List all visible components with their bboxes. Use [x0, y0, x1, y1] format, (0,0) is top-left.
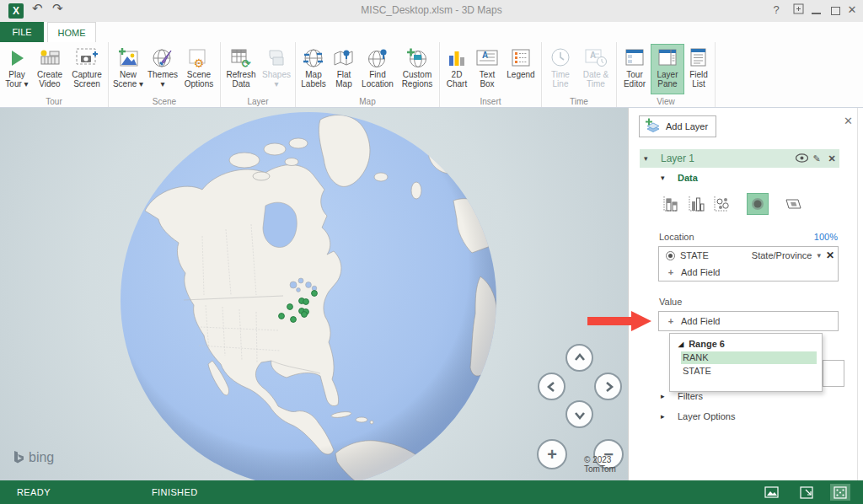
capture-screen-button[interactable]: Capture Screen: [67, 44, 106, 94]
date-time-button: A Date & Time: [577, 44, 614, 94]
tour-editor-button[interactable]: Tour Editor: [619, 44, 651, 94]
maximize-icon[interactable]: [831, 7, 840, 15]
tilt-up-button[interactable]: [566, 344, 593, 372]
add-layer-button[interactable]: Add Layer: [639, 115, 716, 137]
find-location-button[interactable]: Find Location: [358, 44, 397, 94]
layer-pane-button[interactable]: Layer Pane: [651, 44, 684, 94]
refresh-data-button[interactable]: ⟳ Refresh Data: [222, 44, 260, 94]
layer-options-section-header[interactable]: ▸ Layer Options: [661, 411, 735, 421]
new-scene-button[interactable]: New Scene ▾: [110, 44, 146, 94]
tab-home[interactable]: HOME: [47, 22, 96, 42]
title-bar: X ↶ ↷ MISC_Desktop.xlsm - 3D Maps ? ✕: [0, 0, 863, 22]
play-tour-label: Play Tour ▾: [5, 70, 28, 88]
feedback-icon[interactable]: [789, 3, 807, 17]
bing-label: bing: [29, 450, 54, 465]
find-location-label: Find Location: [362, 70, 394, 88]
bing-logo: bing: [13, 450, 54, 465]
rename-pencil-icon[interactable]: ✎: [809, 153, 824, 164]
viz-bubble[interactable]: [710, 193, 732, 215]
shapes-icon: [265, 46, 287, 70]
tree-expanded-icon: ◢: [678, 340, 683, 348]
filters-collapse-icon[interactable]: ▸: [661, 392, 678, 400]
field-list-icon: [689, 46, 709, 70]
rotate-right-button[interactable]: [594, 373, 622, 400]
value-add-field-row[interactable]: + Add Field: [659, 312, 838, 330]
legend-icon: [510, 46, 532, 70]
location-add-field-row[interactable]: + Add Field: [659, 264, 838, 281]
tilt-down-button[interactable]: [566, 400, 593, 428]
visibility-eye-icon[interactable]: [794, 153, 809, 164]
scene-options-button[interactable]: ⚙ Scene Options: [180, 44, 218, 94]
layer-options-collapse-icon[interactable]: ▸: [661, 412, 678, 421]
layer-pane: ✕ Add Layer ▾ Layer 1 ✎ ✕ ▾ Data Locatio…: [628, 108, 863, 480]
viz-clustered-column[interactable]: [685, 193, 707, 215]
flat-map-button[interactable]: Flat Map: [330, 44, 358, 94]
geo-type-dropdown[interactable]: State/Province: [752, 250, 812, 260]
globe-shading: [121, 112, 496, 480]
close-icon[interactable]: ✕: [843, 3, 861, 16]
group-label-view: View: [617, 97, 715, 106]
location-radio[interactable]: [666, 251, 675, 260]
field-list-button[interactable]: Field List: [684, 44, 713, 94]
layer-header[interactable]: ▾ Layer 1 ✎ ✕: [640, 149, 839, 168]
svg-text:⚙: ⚙: [194, 56, 205, 69]
pane-close-icon[interactable]: ✕: [844, 115, 853, 127]
ribbon-group-time: Time Line A Date & Time Time: [542, 42, 617, 107]
play-icon: [7, 46, 27, 70]
dropdown-item-state[interactable]: STATE: [681, 365, 817, 378]
geo-type-caret-icon[interactable]: ▾: [817, 251, 821, 260]
data-section-header[interactable]: ▾ Data: [661, 173, 698, 183]
chevron-right-icon: [602, 380, 615, 394]
gear-icon: ⚙: [187, 46, 211, 70]
2d-chart-button[interactable]: 2D Chart: [442, 44, 472, 94]
background-picture-icon[interactable]: [761, 484, 781, 501]
location-percent-link[interactable]: 100%: [814, 232, 838, 242]
table-refresh-icon: ⟳: [230, 46, 252, 70]
map-canvas[interactable]: + − bing © 2023 TomTom: [0, 108, 628, 480]
resize-pane-icon[interactable]: [796, 484, 817, 501]
location-label: Location: [659, 232, 694, 242]
tab-file[interactable]: FILE: [0, 22, 44, 42]
tour-editor-icon: [624, 46, 646, 70]
minimize-icon[interactable]: [812, 13, 821, 14]
viz-region[interactable]: [781, 193, 803, 215]
custom-regions-button[interactable]: Custom Regions: [397, 44, 437, 94]
delete-layer-icon[interactable]: ✕: [824, 153, 839, 164]
layer-expand-icon[interactable]: ▾: [644, 154, 656, 163]
fit-to-window-icon[interactable]: [830, 484, 850, 501]
ribbon-group-scene: New Scene ▾ Themes ▾ ⚙ Scene Options Sce…: [109, 42, 221, 107]
tour-editor-label: Tour Editor: [624, 70, 646, 88]
themes-button[interactable]: Themes ▾: [146, 44, 180, 94]
panel-scrollbar[interactable]: [857, 108, 858, 480]
zoom-in-button[interactable]: +: [537, 439, 567, 469]
text-box-button[interactable]: A Text Box: [472, 44, 502, 94]
add-layer-label: Add Layer: [666, 121, 708, 131]
dropdown-group-row[interactable]: ◢ Range 6: [670, 337, 822, 351]
legend-button[interactable]: Legend: [502, 44, 539, 94]
chevron-left-icon: [545, 380, 559, 394]
map-copyright: © 2023 TomTom: [584, 455, 628, 474]
refresh-data-label: Refresh Data: [226, 70, 255, 88]
dropdown-group-label: Range 6: [689, 339, 725, 349]
text-box-label: Text Box: [480, 70, 495, 88]
create-video-button[interactable]: Create Video: [32, 44, 67, 94]
play-tour-button[interactable]: Play Tour ▾: [2, 44, 32, 94]
layer-pane-label: Layer Pane: [657, 70, 678, 88]
chevron-up-icon: [573, 351, 587, 365]
map-labels-button[interactable]: Map Labels: [297, 44, 330, 94]
data-expand-icon[interactable]: ▾: [661, 174, 678, 182]
help-icon[interactable]: ?: [767, 3, 785, 16]
themes-label: Themes ▾: [147, 70, 178, 88]
rotate-left-button[interactable]: [538, 373, 566, 400]
layer-options-label: Layer Options: [678, 411, 735, 421]
status-ready: READY: [17, 487, 51, 497]
layer-pane-icon: [657, 46, 678, 70]
map-labels-label: Map Labels: [301, 70, 325, 88]
globe[interactable]: [118, 110, 499, 480]
viz-heat-map[interactable]: [747, 193, 769, 215]
ribbon-group-layer: ⟳ Refresh Data Shapes ▾ Layer: [221, 42, 296, 107]
viz-stacked-column[interactable]: [660, 193, 682, 215]
dropdown-item-rank[interactable]: RANK: [681, 351, 817, 364]
filters-section-header[interactable]: ▸ Filters: [661, 391, 703, 401]
location-remove-icon[interactable]: ✕: [826, 249, 834, 261]
